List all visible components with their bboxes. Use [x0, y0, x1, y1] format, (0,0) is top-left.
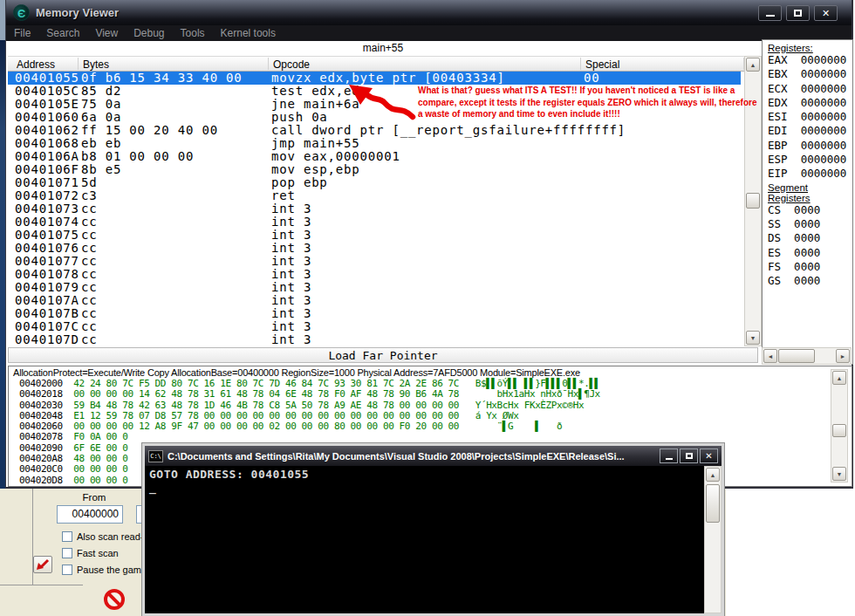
console-body[interactable]: GOTO ADDRESS: 00401055 _ ▲: [145, 466, 722, 613]
scroll-down-icon[interactable]: ▼: [746, 331, 760, 345]
scroll-up-icon[interactable]: ▲: [832, 371, 846, 385]
scroll-down-icon[interactable]: ▼: [832, 467, 846, 481]
maximize-button[interactable]: [680, 448, 698, 463]
console-window: C:\ C:\Documents and Settings\Rita\My Do…: [142, 443, 724, 616]
from-address-input[interactable]: 00400000: [57, 505, 123, 524]
registers-scrollbar[interactable]: ◄ ►: [762, 347, 852, 365]
disasm-bytes: cc: [81, 320, 97, 333]
disasm-opcode: int 3: [271, 307, 311, 320]
disasm-opcode: int 3: [271, 242, 311, 255]
prohibition-icon[interactable]: [104, 589, 125, 610]
disasm-row[interactable]: 00401068eb ebjmp main+55: [8, 137, 741, 150]
scan-option-pause-the-gam[interactable]: Pause the gam: [62, 561, 143, 578]
disasm-row[interactable]: 0040107Dccint 3: [8, 333, 741, 346]
title-bar[interactable]: Є Memory Viewer ✕: [6, 0, 852, 25]
disasm-row[interactable]: 00401074ccint 3: [8, 216, 741, 229]
scroll-right-icon[interactable]: ►: [836, 349, 850, 363]
disasm-row[interactable]: 00401073ccint 3: [8, 202, 741, 216]
scrollbar-thumb[interactable]: [746, 193, 760, 209]
column-opcode[interactable]: Opcode: [273, 58, 310, 71]
disasm-row[interactable]: 0040105C85 d2test edx,edx: [8, 85, 741, 98]
scrollbar-thumb[interactable]: [832, 424, 846, 437]
maximize-button[interactable]: [786, 5, 810, 21]
red-arrow-button[interactable]: [33, 556, 52, 573]
register-ebx: EBX 0000000: [763, 67, 852, 81]
disasm-address: 0040106F: [15, 163, 79, 176]
disasm-address: 00401062: [15, 124, 79, 137]
scrollbar-thumb[interactable]: [706, 484, 720, 523]
disasm-row[interactable]: 00401062ff 15 00 20 40 00call dword ptr …: [8, 124, 741, 137]
disasm-address: 00401077: [15, 255, 79, 268]
column-bytes[interactable]: Bytes: [83, 58, 109, 71]
column-divider: [268, 58, 269, 70]
minimize-button[interactable]: [758, 5, 782, 21]
checkbox[interactable]: [62, 531, 72, 542]
minimize-button[interactable]: [660, 448, 678, 463]
scroll-up-icon[interactable]: ▲: [746, 58, 760, 72]
disasm-row[interactable]: 00401076ccint 3: [8, 242, 741, 255]
disasm-row[interactable]: 0040107Bccint 3: [8, 307, 741, 320]
console-title-bar[interactable]: C:\ C:\Documents and Settings\Rita\My Do…: [145, 446, 722, 466]
disasm-row[interactable]: 0040106Ab8 01 00 00 00mov eax,00000001: [8, 150, 741, 163]
close-button[interactable]: ✕: [814, 5, 838, 21]
menu-view[interactable]: View: [87, 27, 126, 39]
allocation-info: AllocationProtect=Execute/Write Copy All…: [13, 367, 580, 378]
hex-address: 00402048: [9, 410, 73, 421]
disasm-row[interactable]: 00401078ccint 3: [8, 268, 741, 281]
disasm-row[interactable]: 0040107Accint 3: [8, 294, 741, 307]
console-scrollbar[interactable]: ▲: [704, 466, 722, 613]
hex-bytes: 00 00 00 00 12 A8 9F 47 00 00 00 00 02 0…: [73, 421, 562, 432]
disasm-row[interactable]: 00401079ccint 3: [8, 281, 741, 294]
disasm-opcode: int 3: [271, 216, 311, 229]
disasm-opcode: movzx edx,byte ptr [00403334]: [271, 72, 505, 85]
menu-debug[interactable]: Debug: [126, 27, 172, 39]
disasm-opcode: jmp main+55: [271, 137, 360, 150]
disasm-bytes: cc: [81, 242, 97, 255]
disasm-row[interactable]: 0040107Cccint 3: [8, 320, 741, 333]
disasm-row[interactable]: 00401077ccint 3: [8, 255, 741, 268]
disasm-row[interactable]: 004010606a 0apush 0a: [8, 111, 741, 124]
disasm-row[interactable]: 004010715dpop ebp: [8, 176, 741, 189]
disasm-row[interactable]: 00401075ccint 3: [8, 229, 741, 242]
disasm-row[interactable]: 0040106F8b e5mov esp,ebp: [8, 163, 741, 176]
checkbox[interactable]: [62, 565, 72, 575]
hexview-scrollbar[interactable]: ▲ ▼: [831, 369, 848, 483]
hex-address: 00402018: [9, 388, 73, 400]
disasm-scrollbar[interactable]: ▲ ▼: [744, 56, 762, 346]
diagonal-arrow-icon: [35, 558, 51, 572]
close-button[interactable]: ✕: [700, 448, 718, 463]
disasm-row[interactable]: 00401072c3ret: [8, 189, 741, 202]
column-special[interactable]: Special: [585, 58, 619, 71]
disasm-row[interactable]: 004010550f b6 15 34 33 40 00movzx edx,by…: [8, 72, 741, 85]
checkbox-label: Fast scan: [77, 548, 119, 558]
menu-search[interactable]: Search: [38, 27, 87, 39]
menu-kernel-tools[interactable]: Kernel tools: [213, 27, 284, 39]
scrollbar-thumb[interactable]: [778, 349, 815, 363]
column-address[interactable]: Address: [17, 58, 55, 71]
scroll-left-icon[interactable]: ◄: [763, 349, 777, 363]
cheat-engine-icon: Є: [13, 4, 30, 21]
disasm-bytes: 5d: [81, 176, 97, 189]
hex-row[interactable]: 00402078 F0 0A 00 0: [9, 432, 831, 442]
menu-file[interactable]: File: [6, 27, 38, 39]
checkbox[interactable]: [62, 548, 72, 558]
hex-row[interactable]: 00402060 00 00 00 00 12 A8 9F 47 00 00 0…: [9, 421, 831, 432]
register-esi: ESI 0000000: [763, 110, 852, 124]
disasm-bytes: cc: [81, 255, 97, 268]
disasm-opcode: call dword ptr [__report_gsfailure+fffff…: [271, 124, 626, 137]
scan-option-also-scan-read[interactable]: Also scan read-: [62, 528, 143, 544]
disasm-opcode: int 3: [271, 294, 311, 307]
disasm-opcode: jne main+6a: [271, 98, 360, 111]
disasm-address: 00401079: [15, 281, 79, 294]
menu-tools[interactable]: Tools: [173, 27, 213, 39]
hex-bytes: E1 12 59 78 07 D8 57 78 00 00 00 00 00 0…: [73, 410, 518, 421]
hex-bytes: 00 00 00 00 14 62 48 78 31 61 48 78 04 6…: [73, 388, 600, 400]
scroll-up-icon[interactable]: ▲: [706, 468, 720, 482]
segment-register-cs: CS 0000: [763, 203, 852, 217]
scan-option-fast-scan[interactable]: Fast scan: [62, 544, 143, 561]
disasm-address: 0040107C: [15, 320, 79, 333]
segment-registers-heading: Segment Registers: [763, 181, 852, 203]
disasm-bytes: cc: [81, 281, 97, 294]
disasm-row[interactable]: 0040105E75 0ajne main+6a: [8, 98, 741, 111]
hex-address: 00402078: [9, 431, 73, 442]
